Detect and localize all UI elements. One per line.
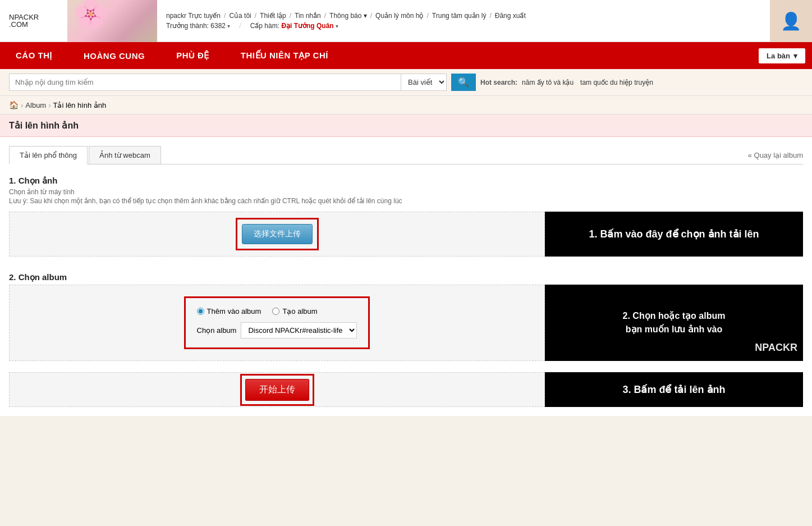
tabs: Tải lên phổ thông Ảnh từ webcam « Quay l…: [9, 146, 803, 164]
upload-tip-1: 1. Bấm vào đây để chọn ảnh tải lên: [545, 212, 803, 257]
logo-dotcom: .COM: [9, 21, 58, 28]
sep1: /: [224, 12, 226, 20]
select-row: Chọn album Discord NPACKr#realistic-life: [197, 322, 357, 339]
header-top: NPACKR .COM npackr Trực tuyến / Của tôi …: [0, 0, 812, 42]
select-album-label: Chọn album: [197, 326, 237, 335]
section1-note: Lưu ý: Sau khi chọn một ảnh, bạn có thể …: [9, 197, 803, 205]
logo: NPACKR .COM: [0, 9, 67, 33]
sep3: /: [290, 12, 291, 20]
sep5: /: [370, 12, 372, 20]
radio-them-vao-album[interactable]: Thêm vào album: [197, 307, 262, 315]
album-row: Thêm vào album Tạo album Chọn album Disc…: [9, 285, 803, 361]
album-tip-line1: 2. Chọn hoặc tạo album: [623, 311, 726, 321]
bc-sep1: ›: [21, 101, 23, 109]
breadcrumb-album[interactable]: Album: [25, 101, 46, 109]
header-nav: npackr Trực tuyến / Của tôi / Thiết lập …: [157, 7, 770, 34]
submit-btn-border: 开始上传: [240, 374, 314, 406]
breadcrumb-current: Tải lên hình ảnh: [53, 101, 107, 109]
nav-link-truc-tuyen[interactable]: npackr Trực tuyến: [166, 12, 221, 20]
album-tip-text: 2. Chọn hoặc tạo album bạn muốn lưu ảnh …: [623, 309, 726, 336]
header-nav-links: npackr Trực tuyến / Của tôi / Thiết lập …: [166, 12, 761, 20]
section1-sub: Chọn ảnh từ máy tính: [9, 188, 803, 196]
album-tip-2: 2. Chọn hoặc tạo album bạn muốn lưu ảnh …: [545, 285, 803, 361]
npackr-watermark: NPACKR: [755, 340, 797, 355]
main-nav-bar: CÁO THỊ HOÀNG CUNG PHÙ ĐỆ THIẾU NIÊN TẠP…: [0, 42, 812, 69]
nav-link-thong-bao[interactable]: Thông báo ▾: [329, 12, 367, 20]
search-input-wrap: Bài viết: [9, 74, 447, 91]
nav-item-thieu-nien[interactable]: THIẾU NIÊN TẠP CHÍ: [225, 42, 344, 69]
sep7: /: [489, 12, 491, 20]
nav-link-quan-ly-mon-ho[interactable]: Quản lý môn hộ: [375, 12, 423, 20]
page-title-bar: Tải lên hình ảnh: [0, 115, 812, 137]
sep2: /: [255, 12, 256, 20]
nav-link-trung-tam[interactable]: Trung tâm quản lý: [432, 12, 487, 20]
upload-left-area: 选择文件上传: [9, 212, 545, 257]
submit-tip-3: 3. Bấm để tải lên ảnh: [545, 372, 803, 407]
hot-search-label: Hot search:: [480, 79, 517, 86]
radio-tao-album[interactable]: Tạo album: [272, 307, 317, 315]
radio-them-label: Thêm vào album: [207, 307, 262, 315]
truong-thanh: Trưởng thành: 6382 ▾: [166, 22, 230, 30]
cap-ham-value[interactable]: Đại Tướng Quân: [281, 22, 333, 30]
cap-ham-arrow[interactable]: ▾: [336, 23, 338, 29]
search-button[interactable]: 🔍: [451, 74, 476, 91]
search-input[interactable]: [10, 74, 401, 90]
nav-link-thiet-lap[interactable]: Thiết lập: [260, 12, 286, 20]
tab-webcam[interactable]: Ảnh từ webcam: [89, 146, 161, 164]
section2-title: 2. Chọn album: [9, 272, 803, 282]
submit-left-area: 开始上传: [9, 372, 545, 407]
sep4: /: [324, 12, 326, 20]
radio-tao-label: Tạo album: [282, 307, 317, 315]
la-ban-button[interactable]: La bàn ▾: [759, 48, 805, 63]
nav-link-cua-toi[interactable]: Của tôi: [229, 12, 251, 20]
header-user-info: Trưởng thành: 6382 ▾ / Cấp hàm: Đại Tướn…: [166, 22, 761, 30]
hot-term-2[interactable]: tam quốc du hiệp truyện: [580, 79, 653, 86]
hot-term-1[interactable]: năm ấy tô và kậu: [522, 79, 574, 86]
nav-link-dang-xuat[interactable]: Đăng xuất: [495, 12, 526, 20]
album-select[interactable]: Discord NPACKr#realistic-life: [241, 322, 357, 339]
radio-them-input[interactable]: [197, 308, 204, 315]
breadcrumb: 🏠 › Album › Tải lên hình ảnh: [0, 96, 812, 115]
hot-search: Hot search: năm ấy tô và kậu tam quốc du…: [480, 79, 655, 86]
nav-item-cao-thi[interactable]: CÁO THỊ: [0, 42, 68, 69]
tab-upload-pho-thong[interactable]: Tải lên phổ thông: [9, 146, 88, 164]
back-to-album-link[interactable]: « Quay lại album: [748, 151, 803, 164]
sep6: /: [426, 12, 428, 20]
section1-title: 1. Chọn ảnh: [9, 176, 803, 186]
la-ban-arrow-icon: ▾: [793, 52, 797, 60]
album-tip-line2: bạn muốn lưu ảnh vào: [626, 324, 722, 334]
nav-link-tin-nhan[interactable]: Tin nhắn: [295, 12, 321, 20]
search-type-select[interactable]: Bài viết: [401, 74, 446, 90]
truong-thanh-label: Trưởng thành:: [166, 22, 209, 30]
radio-tao-input[interactable]: [272, 308, 279, 315]
nav-item-phu-de[interactable]: PHÙ ĐỆ: [160, 42, 225, 69]
home-icon[interactable]: 🏠: [9, 100, 19, 109]
main-content: Tải lên phổ thông Ảnh từ webcam « Quay l…: [0, 137, 812, 416]
search-bar: Bài viết 🔍 Hot search: năm ấy tô và kậu …: [0, 69, 812, 96]
start-upload-button[interactable]: 开始上传: [245, 379, 309, 401]
la-ban-label: La bàn: [767, 52, 790, 60]
cap-ham-label: Cấp hàm:: [250, 22, 279, 30]
upload-btn-border: 选择文件上传: [236, 218, 319, 250]
header-floral-decoration: [67, 0, 157, 42]
truong-thanh-value: 6382: [210, 22, 226, 30]
upload-row: 选择文件上传 1. Bấm vào đây để chọn ảnh tải lê…: [9, 212, 803, 257]
divider-pipe: /: [239, 22, 241, 30]
page-title: Tải lên hình ảnh: [9, 120, 803, 131]
album-options-border: Thêm vào album Tạo album Chọn album Disc…: [184, 296, 370, 349]
album-left-area: Thêm vào album Tạo album Chọn album Disc…: [9, 285, 545, 361]
select-file-button[interactable]: 选择文件上传: [242, 224, 313, 244]
radio-row: Thêm vào album Tạo album: [197, 307, 357, 315]
avatar: 👤: [770, 0, 812, 42]
nav-item-hoang-cung[interactable]: HOÀNG CUNG: [68, 42, 160, 69]
bc-sep2: ›: [48, 101, 51, 109]
cap-ham: Cấp hàm: Đại Tướng Quân ▾: [250, 22, 338, 30]
section-choose-album: 2. Chọn album Thêm vào album Tạo album: [9, 272, 803, 361]
truong-thanh-arrow[interactable]: ▾: [227, 23, 230, 29]
section-choose-photo: 1. Chọn ảnh Chọn ảnh từ máy tính Lưu ý: …: [9, 176, 803, 257]
submit-row: 开始上传 3. Bấm để tải lên ảnh: [9, 372, 803, 407]
